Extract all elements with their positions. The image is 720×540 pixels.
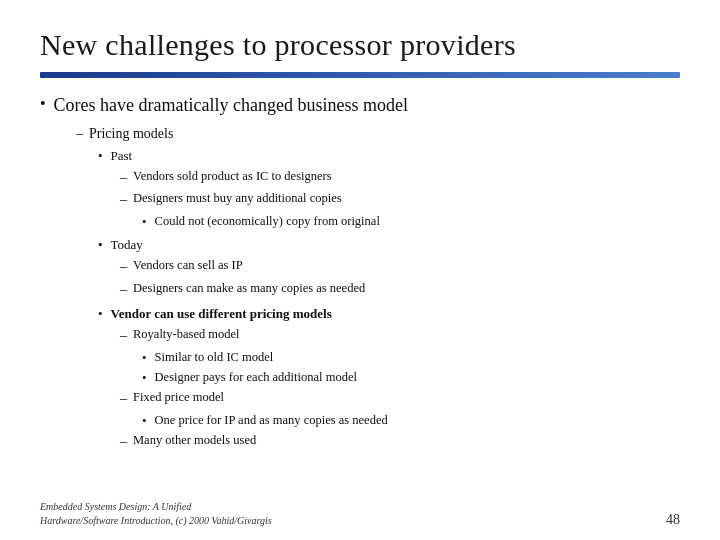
level4-item: – Designers can make as many copies as n… — [120, 279, 680, 301]
small-bullet-icon: • — [98, 304, 103, 324]
level2-pricing: – Pricing models — [40, 123, 680, 145]
footer: Embedded Systems Design: A Unified Hardw… — [0, 500, 720, 528]
content: • Cores have dramatically changed busine… — [40, 92, 680, 452]
dash-icon: – — [120, 189, 127, 211]
level5-item: • One price for IP and as many copies as… — [142, 411, 680, 431]
small-bullet-icon: • — [142, 212, 147, 232]
level3-pricing-models: • Vendor can use different pricing model… — [40, 304, 680, 324]
small-bullet-icon: • — [98, 235, 103, 255]
slide-title: New challenges to processor providers — [40, 28, 680, 62]
level5-old-ic: • Similar to old IC model — [40, 348, 680, 368]
level4-vendors-sell: – Vendors can sell as IP — [40, 256, 680, 278]
dash-icon: – — [120, 279, 127, 301]
page-number: 48 — [666, 512, 680, 528]
level5-item: • Similar to old IC model — [142, 348, 680, 368]
level5-text: Designer pays for each additional model — [155, 368, 357, 387]
level1-text: Cores have dramatically changed business… — [54, 92, 408, 120]
level4-item: – Many other models used — [120, 431, 680, 453]
level5-text: One price for IP and as many copies as n… — [155, 411, 388, 430]
level4-text: Designers must buy any additional copies — [133, 189, 342, 208]
level4-item: – Designers must buy any additional copi… — [120, 189, 680, 211]
level3-item: • Today — [98, 235, 680, 255]
level5-designer-pays: • Designer pays for each additional mode… — [40, 368, 680, 388]
level4-text: Fixed price model — [133, 388, 224, 407]
footer-line1: Embedded Systems Design: A Unified — [40, 500, 272, 514]
level4-item: – Royalty-based model — [120, 325, 680, 347]
level3-item: • Vendor can use different pricing model… — [98, 304, 680, 324]
level4-item: – Vendors sold product as IC to designer… — [120, 167, 680, 189]
level5-item: • Designer pays for each additional mode… — [142, 368, 680, 388]
level4-many-models: – Many other models used — [40, 431, 680, 453]
level2-item: – Pricing models — [76, 123, 680, 145]
dash-icon: – — [120, 256, 127, 278]
level4-text: Royalty-based model — [133, 325, 240, 344]
dash-icon: – — [120, 388, 127, 410]
level4-royalty: – Royalty-based model — [40, 325, 680, 347]
level4-designers-make: – Designers can make as many copies as n… — [40, 279, 680, 301]
level1-item: • Cores have dramatically changed busine… — [40, 92, 680, 120]
bullet-icon: • — [40, 92, 46, 117]
level4-item: – Fixed price model — [120, 388, 680, 410]
level5-could-not: • Could not (economically) copy from ori… — [40, 212, 680, 232]
level3-past: • Past — [40, 146, 680, 166]
level3-today: • Today — [40, 235, 680, 255]
level4-vendors: – Vendors sold product as IC to designer… — [40, 167, 680, 189]
small-bullet-icon: • — [142, 348, 147, 368]
dash-icon: – — [120, 431, 127, 453]
small-bullet-icon: • — [98, 146, 103, 166]
dash-icon: – — [120, 325, 127, 347]
small-bullet-icon: • — [142, 368, 147, 388]
level4-designers-buy: – Designers must buy any additional copi… — [40, 189, 680, 211]
level4-text: Vendors sold product as IC to designers — [133, 167, 332, 186]
blue-bar — [40, 72, 680, 78]
level4-text: Vendors can sell as IP — [133, 256, 243, 275]
slide: New challenges to processor providers • … — [0, 0, 720, 540]
dash-icon: – — [120, 167, 127, 189]
level4-item: – Vendors can sell as IP — [120, 256, 680, 278]
level4-fixed-price: – Fixed price model — [40, 388, 680, 410]
level4-text: Designers can make as many copies as nee… — [133, 279, 365, 298]
level5-text: Could not (economically) copy from origi… — [155, 212, 380, 231]
level3-bold-text: Vendor can use different pricing models — [111, 304, 332, 324]
level5-item: • Could not (economically) copy from ori… — [142, 212, 680, 232]
footer-line2: Hardware/Software Introduction, (c) 2000… — [40, 514, 272, 528]
level4-text: Many other models used — [133, 431, 256, 450]
level3-item: • Past — [98, 146, 680, 166]
level2-text: Pricing models — [89, 123, 173, 145]
level3-text: Past — [111, 146, 133, 166]
level5-one-price: • One price for IP and as many copies as… — [40, 411, 680, 431]
small-bullet-icon: • — [142, 411, 147, 431]
level5-text: Similar to old IC model — [155, 348, 274, 367]
dash-icon: – — [76, 123, 83, 145]
level3-text: Today — [111, 235, 143, 255]
footer-citation: Embedded Systems Design: A Unified Hardw… — [40, 500, 272, 528]
